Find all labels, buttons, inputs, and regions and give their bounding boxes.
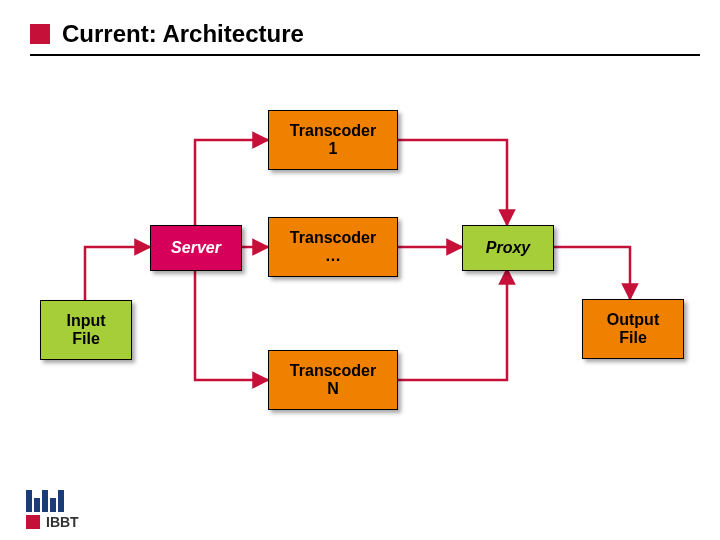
node-server: Server (150, 225, 242, 271)
node-label: File (41, 330, 131, 348)
node-label: Transcoder (269, 362, 397, 380)
arrow-proxy-output (552, 247, 630, 299)
node-label: 1 (269, 140, 397, 158)
node-label: Transcoder (269, 122, 397, 140)
node-transcoder-n: Transcoder N (268, 350, 398, 410)
node-output-file: Output File (582, 299, 684, 359)
node-transcoder-1: Transcoder 1 (268, 110, 398, 170)
node-label: File (583, 329, 683, 347)
title-bullet (30, 24, 50, 44)
node-label: … (269, 247, 397, 265)
node-label: Input (41, 312, 131, 330)
arrow-server-tn (195, 269, 268, 380)
node-label: Proxy (463, 239, 553, 257)
node-proxy: Proxy (462, 225, 554, 271)
footer-logos: IBBT (26, 484, 79, 530)
arrow-t1-proxy (396, 140, 507, 225)
university-logo (26, 484, 74, 512)
page-title: Current: Architecture (62, 20, 304, 48)
node-input-file: Input File (40, 300, 132, 360)
arrow-server-t1 (195, 140, 268, 225)
title-underline (30, 54, 700, 56)
node-label: Server (151, 239, 241, 257)
node-label: N (269, 380, 397, 398)
node-label: Transcoder (269, 229, 397, 247)
ibbt-logo: IBBT (26, 514, 79, 530)
arrow-input-server (85, 247, 150, 300)
ibbt-square-icon (26, 515, 40, 529)
node-label: Output (583, 311, 683, 329)
ibbt-text: IBBT (46, 514, 79, 530)
node-transcoder-ellipsis: Transcoder … (268, 217, 398, 277)
title-bar: Current: Architecture (0, 20, 720, 48)
arrow-tn-proxy (396, 269, 507, 380)
